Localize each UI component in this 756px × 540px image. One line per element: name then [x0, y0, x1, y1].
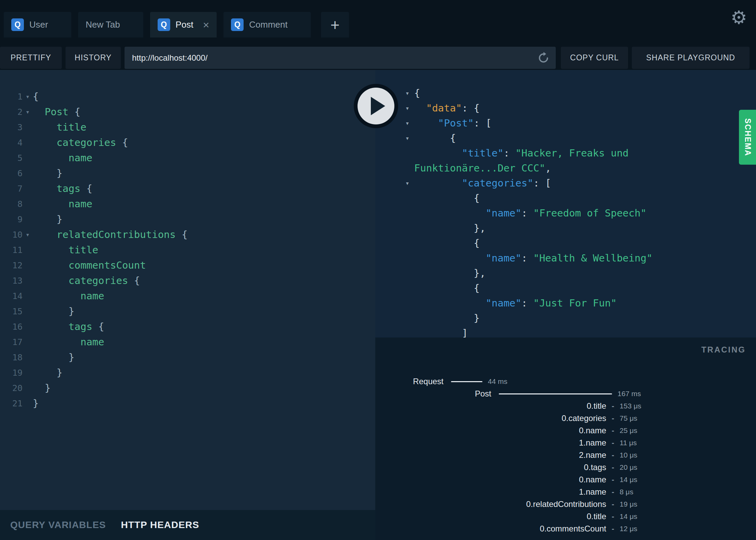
tab-post[interactable]: QPost× — [150, 12, 217, 38]
code-token: } — [33, 382, 50, 394]
tracing-span-time: 8 μs — [620, 488, 633, 496]
code-text: title — [33, 242, 98, 258]
editor-line: 2▾ Post { — [0, 104, 375, 120]
tracing-row: 0.categories-75 μs — [375, 412, 756, 424]
copy-curl-button[interactable]: COPY CURL — [561, 47, 628, 69]
code-token: name — [81, 336, 104, 348]
code-token: : [ — [474, 117, 492, 129]
tab-comment[interactable]: QComment — [223, 12, 311, 38]
schema-tab[interactable]: SCHEMA — [739, 110, 756, 165]
code-token: tags — [69, 321, 92, 332]
code-token — [33, 152, 69, 164]
code-text: categories { — [33, 135, 128, 150]
code-token: : [ — [533, 177, 551, 189]
response-line: }, — [375, 221, 756, 236]
response-text: { — [414, 236, 480, 251]
line-number: 11 — [0, 242, 23, 258]
code-token: : — [521, 252, 533, 264]
response-line: ▾ "Post": [ — [375, 116, 756, 131]
endpoint-url-input[interactable] — [125, 47, 556, 69]
code-token: { — [414, 132, 456, 144]
line-number: 12 — [0, 258, 23, 273]
code-token: "categories" — [462, 177, 534, 189]
tracing-duration-bar — [499, 393, 612, 394]
fold-arrow-icon[interactable]: ▾ — [396, 101, 411, 116]
fold-arrow-icon[interactable]: ▾ — [23, 227, 33, 242]
line-number: 10 — [0, 227, 23, 242]
fold-gutter — [396, 311, 411, 326]
editor-line: 4 categories { — [0, 135, 375, 150]
response-text: "title": "Hacker, Freaks und — [414, 146, 629, 161]
settings-gear-icon[interactable]: ⚙ — [731, 8, 747, 27]
response-text: }, — [414, 221, 486, 236]
code-text: tags { — [33, 181, 92, 196]
editor-line: 3 title — [0, 120, 375, 135]
code-token: categories — [57, 137, 116, 148]
response-text: Funktionäre...Der CCC", — [414, 161, 551, 176]
fold-arrow-icon[interactable]: ▾ — [396, 116, 411, 131]
fold-gutter — [23, 380, 33, 396]
fold-arrow-icon[interactable]: ▾ — [23, 89, 33, 104]
tracing-rows: Request44 msPost167 ms0.title-153 μs0.ca… — [375, 375, 756, 535]
tab-user[interactable]: QUser — [4, 12, 71, 38]
code-text: } — [33, 350, 74, 365]
prettify-button[interactable]: PRETTIFY — [0, 47, 62, 69]
new-tab-button[interactable]: + — [321, 12, 349, 38]
tracing-span-time: 75 μs — [620, 414, 637, 422]
editor-line: 12 commentsCount — [0, 258, 375, 273]
code-token: "name" — [486, 252, 522, 264]
fold-gutter — [23, 288, 33, 304]
fold-arrow-icon[interactable]: ▾ — [396, 176, 411, 191]
code-token — [33, 259, 69, 271]
tracing-span-label: 0.commentsCount — [375, 524, 606, 534]
tab-bar: QUserNew TabQPost×QComment + ⚙ — [0, 0, 756, 38]
fold-arrow-icon[interactable]: ▾ — [23, 104, 33, 120]
tracing-row: 0.relatedContributions-19 μs — [375, 498, 756, 510]
close-tab-icon[interactable]: × — [203, 19, 209, 30]
code-text: } — [33, 212, 62, 227]
code-text: Post { — [33, 104, 81, 120]
response-text: "name": "Just For Fun" — [414, 296, 617, 311]
tracing-row: 0.commentsCount-12 μs — [375, 523, 756, 535]
reload-icon[interactable] — [537, 51, 550, 65]
code-token — [33, 229, 57, 240]
code-token: relatedContributions — [57, 229, 176, 240]
fold-gutter — [396, 191, 411, 206]
tracing-span-label: 0.relatedContributions — [375, 499, 606, 509]
tab-label: Post — [176, 19, 193, 30]
tracing-span-label: 0.title — [375, 512, 606, 521]
fold-arrow-icon[interactable]: ▾ — [396, 131, 411, 146]
response-text: }, — [414, 266, 486, 281]
history-button[interactable]: HISTORY — [66, 47, 121, 69]
response-text: { — [414, 191, 480, 206]
fold-gutter — [23, 135, 33, 150]
fold-gutter — [396, 146, 411, 161]
query-badge-icon: Q — [158, 18, 170, 31]
tracing-dash: - — [612, 451, 614, 460]
tracing-row: 2.name-10 μs — [375, 449, 756, 461]
fold-arrow-icon[interactable]: ▾ — [396, 86, 411, 101]
graphql-playground-window: QUserNew TabQPost×QComment + ⚙ PRETTIFY … — [0, 0, 756, 540]
http-headers-tab[interactable]: HTTP HEADERS — [121, 520, 199, 530]
execute-query-button[interactable] — [358, 88, 394, 124]
tab-new-tab[interactable]: New Tab — [78, 12, 143, 38]
code-token: title — [69, 244, 98, 256]
code-text: title — [33, 120, 86, 135]
editor-line: 9 } — [0, 212, 375, 227]
tracing-row: Post167 ms — [375, 388, 756, 400]
query-editor[interactable]: 1▾{2▾ Post {3 title4 categories {5 name6… — [0, 70, 375, 510]
code-token: "Freedom of Speech" — [533, 207, 646, 219]
tracing-span-time: 167 ms — [617, 390, 641, 398]
response-text: "name": "Freedom of Speech" — [414, 206, 646, 221]
response-line: ▾ "categories": [ — [375, 176, 756, 191]
code-token: : — [504, 147, 515, 159]
tracing-span-label: Request — [375, 377, 444, 386]
code-token: } — [33, 213, 62, 225]
query-variables-tab[interactable]: QUERY VARIABLES — [10, 520, 106, 530]
line-number: 17 — [0, 334, 23, 350]
editor-line: 1▾{ — [0, 89, 375, 104]
share-playground-button[interactable]: SHARE PLAYGROUND — [632, 47, 750, 69]
tracing-span-time: 44 ms — [488, 377, 507, 386]
code-token — [33, 183, 57, 194]
fold-gutter — [396, 266, 411, 281]
